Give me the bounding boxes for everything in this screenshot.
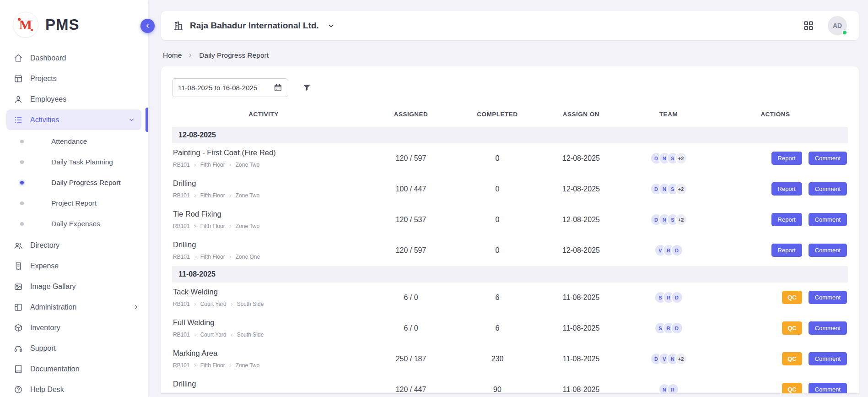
report-button[interactable]: Report <box>771 182 802 196</box>
app-logo[interactable]: M PMS <box>0 0 148 45</box>
column-header-activity: ACTIVITY <box>172 108 355 127</box>
home-icon <box>14 54 23 63</box>
report-button[interactable]: Report <box>771 213 802 226</box>
sidebar-item-label: Employees <box>30 95 66 103</box>
comment-button[interactable]: Comment <box>809 152 847 165</box>
qc-button[interactable]: QC <box>782 383 802 393</box>
team-avatars: DNS+2 <box>634 152 703 164</box>
report-button[interactable]: Report <box>771 244 802 257</box>
sidebar-item-attendance[interactable]: Attendance <box>0 131 148 152</box>
table-row: DrillingRB101Fifth FloorZone Two120 / 44… <box>172 375 848 393</box>
activity-location-path: RB101Fifth FloorZone Two <box>173 393 355 393</box>
completed-value: 6 <box>467 294 528 302</box>
activities-icon <box>14 115 23 125</box>
sidebar-item-label: Help Desk <box>30 386 64 394</box>
apps-grid-icon[interactable] <box>803 20 814 31</box>
activity-location-path: RB101Fifth FloorZone Two <box>173 162 355 168</box>
sidebar-item-daily-expenses[interactable]: Daily Expenses <box>0 213 148 234</box>
path-segment: Fifth Floor <box>200 393 225 393</box>
comment-button[interactable]: Comment <box>809 291 847 304</box>
team-avatars: DNS+2 <box>634 213 703 226</box>
sidebar-item-label: Directory <box>30 241 59 250</box>
activity-cell: Full WeldingRB101Court YardSouth Side <box>172 318 355 338</box>
chevron-right-icon <box>193 302 197 306</box>
sidebar-item-image-gallary[interactable]: Image Gallary <box>0 276 148 297</box>
sidebar-item-administration[interactable]: Administration <box>0 297 148 317</box>
actions-cell: QCComment <box>703 383 848 393</box>
sidebar-item-help-desk[interactable]: Help Desk <box>0 379 148 397</box>
sidebar-subitem-label: Daily Progress Report <box>51 179 121 187</box>
assign-on-value: 12-08-2025 <box>528 154 634 163</box>
sidebar-item-label: Documentation <box>30 365 80 373</box>
filter-icon[interactable] <box>302 83 312 92</box>
sidebar-item-dashboard[interactable]: Dashboard <box>0 48 148 68</box>
chevron-right-icon <box>193 224 197 228</box>
qc-button[interactable]: QC <box>782 291 802 304</box>
activity-location-path: RB101Fifth FloorZone Two <box>173 192 355 199</box>
company-selector[interactable]: Raja Bahadur International Ltd. <box>173 21 335 31</box>
sidebar-item-daily-task-planning[interactable]: Daily Task Planning <box>0 152 148 172</box>
bullet-icon <box>20 201 24 205</box>
comment-button[interactable]: Comment <box>809 213 847 226</box>
sidebar-nav: DashboardProjectsEmployeesActivitiesAtte… <box>0 48 148 397</box>
activity-cell: DrillingRB101Fifth FloorZone Two <box>172 380 355 393</box>
column-header-assign-on: ASSIGN ON <box>528 108 634 127</box>
table-header-row: ACTIVITYASSIGNEDCOMPLETEDASSIGN ONTEAMAC… <box>172 108 848 127</box>
breadcrumb-home[interactable]: Home <box>163 51 182 60</box>
employees-icon <box>14 95 23 104</box>
report-button[interactable]: Report <box>771 152 802 165</box>
table-row: DrillingRB101Fifth FloorZone Two100 / 44… <box>172 174 848 205</box>
team-avatars: VRD <box>634 244 703 256</box>
chevron-left-icon <box>144 22 151 29</box>
comment-button[interactable]: Comment <box>809 321 847 335</box>
activity-location-path: RB101Fifth FloorZone One <box>173 254 355 260</box>
date-range-input[interactable]: 11-08-2025 to 16-08-2025 <box>172 78 288 97</box>
sidebar-item-documentation[interactable]: Documentation <box>0 359 148 379</box>
sidebar-item-daily-progress-report[interactable]: Daily Progress Report <box>0 172 148 193</box>
team-avatar: D <box>671 322 683 334</box>
sidebar-item-directory[interactable]: Directory <box>0 235 148 256</box>
path-segment: Fifth Floor <box>200 254 225 260</box>
path-segment: South Side <box>237 301 264 307</box>
qc-button[interactable]: QC <box>782 321 802 335</box>
qc-button[interactable]: QC <box>782 352 802 365</box>
comment-button[interactable]: Comment <box>809 244 847 257</box>
path-segment: RB101 <box>173 362 190 369</box>
actions-cell: ReportComment <box>703 152 848 165</box>
sidebar-item-activities[interactable]: Activities <box>6 109 141 130</box>
helpdesk-icon <box>14 385 23 394</box>
content-card: 11-08-2025 to 16-08-2025 ACTIVITYASSIGNE… <box>161 66 859 393</box>
table-body: 12-08-2025Painting - First Coat (Fire Re… <box>172 127 848 393</box>
activity-cell: DrillingRB101Fifth FloorZone Two <box>172 179 355 199</box>
sidebar-item-expense[interactable]: Expense <box>0 256 148 276</box>
team-avatars: SRD <box>634 291 703 304</box>
path-segment: Fifth Floor <box>200 162 225 168</box>
bullet-icon <box>20 222 24 226</box>
sidebar-item-projects[interactable]: Projects <box>0 68 148 89</box>
assigned-value: 120 / 447 <box>355 386 467 394</box>
assigned-value: 120 / 537 <box>355 216 467 224</box>
sidebar-item-inventory[interactable]: Inventory <box>0 317 148 338</box>
activity-name: Tack Welding <box>173 288 355 296</box>
user-avatar[interactable]: AD <box>828 16 847 35</box>
comment-button[interactable]: Comment <box>809 352 847 365</box>
completed-value: 0 <box>467 246 528 255</box>
group-date-header: 11-08-2025 <box>172 266 848 283</box>
logo-letter: M <box>19 18 32 32</box>
chevron-right-icon <box>193 255 197 259</box>
sidebar-item-support[interactable]: Support <box>0 338 148 359</box>
sidebar-collapse-button[interactable] <box>140 19 155 33</box>
assigned-value: 100 / 447 <box>355 185 467 193</box>
comment-button[interactable]: Comment <box>809 182 847 196</box>
comment-button[interactable]: Comment <box>809 383 847 393</box>
chevron-right-icon <box>193 163 197 167</box>
column-header-assigned: ASSIGNED <box>355 108 467 127</box>
completed-value: 6 <box>467 324 528 332</box>
actions-cell: ReportComment <box>703 213 848 226</box>
column-header-actions: ACTIONS <box>703 108 848 127</box>
path-segment: Zone Two <box>236 192 259 199</box>
sidebar-subitem-label: Daily Expenses <box>51 220 100 228</box>
sidebar-item-employees[interactable]: Employees <box>0 89 148 109</box>
sidebar-item-project-report[interactable]: Project Report <box>0 193 148 213</box>
completed-value: 0 <box>467 216 528 224</box>
